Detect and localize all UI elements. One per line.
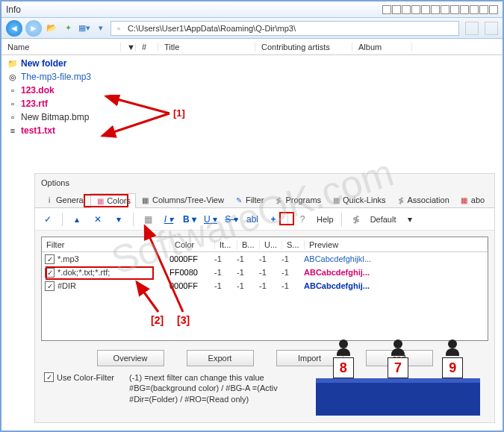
pane-icon[interactable] — [470, 5, 479, 14]
sort-indicator[interactable]: ▼ — [121, 43, 136, 51]
colors-toolbar: ✓ ▴ ✕ ▾ ▦ I ▾ B ▾ U ▾ S ▾ abl + ? Help ≸… — [35, 208, 494, 231]
filter-name: *.mp3 — [57, 254, 169, 263]
filter-name: *.dok;*.txt;*.rtf; — [57, 268, 169, 277]
address-bar[interactable]: ▫ C:\Users\User1\AppData\Roaming\Q-Dir\m… — [111, 21, 459, 36]
import-button[interactable]: Import — [276, 350, 343, 366]
filter-row[interactable]: ✓*.dok;*.txt;*.rtf;FF0080-1-1-1-1ABCabcd… — [42, 266, 488, 279]
filter-color: FF0080 — [169, 268, 214, 277]
help-label[interactable]: Help — [317, 215, 334, 224]
col-s[interactable]: S... — [282, 240, 305, 249]
star-icon[interactable]: ✦ — [61, 22, 75, 35]
pane-icon[interactable] — [421, 5, 430, 14]
help-icon[interactable]: ? — [296, 213, 309, 226]
default-label[interactable]: Default — [370, 215, 396, 224]
overview-button[interactable]: Overview — [97, 350, 164, 366]
view-icon[interactable]: ▦▾ — [78, 22, 91, 35]
tab-general[interactable]: iGeneral — [40, 192, 90, 207]
file-name: 123.dok — [21, 85, 55, 96]
tab-programs[interactable]: ≸Programs — [269, 192, 326, 207]
checkbox-icon[interactable]: ✓ — [45, 281, 55, 291]
add-icon[interactable]: + — [267, 213, 280, 226]
checkbox-icon[interactable]: ✓ — [44, 372, 54, 382]
tab-strip: iGeneral ▦Colors ▦Columns/Tree-View ✎Fil… — [35, 190, 494, 208]
pane-icon[interactable] — [382, 5, 391, 14]
file-icon: 📁 — [7, 58, 18, 69]
pane-icon[interactable] — [450, 5, 459, 14]
filter-preview: ABCabcdefghij... — [304, 268, 370, 277]
dropdown-icon[interactable]: ▾ — [403, 213, 417, 226]
col-b[interactable]: B... — [237, 240, 260, 249]
strike-icon[interactable]: S ▾ — [225, 213, 238, 226]
tab-about[interactable]: ▦abo — [455, 192, 490, 207]
options-title: Options — [35, 174, 494, 190]
filter-row[interactable]: ✓#DIR0000FF-1-1-1-1ABCabcdefghij... — [42, 279, 488, 292]
pane-icon[interactable] — [460, 5, 469, 14]
pane-icon[interactable] — [392, 5, 401, 14]
default-icon[interactable]: ≸ — [349, 213, 363, 226]
tab-colors[interactable]: ▦Colors — [90, 193, 136, 208]
dropdown-button[interactable] — [485, 22, 498, 35]
file-row[interactable]: 📁New folder — [1, 57, 503, 70]
file-name: New folder — [21, 58, 66, 69]
checkbox-icon[interactable]: ✓ — [45, 268, 55, 278]
checkbox-icon[interactable]: ✓ — [45, 254, 55, 264]
legend-text: (-1) =next filter can change this value … — [129, 372, 278, 404]
pane-icon[interactable] — [411, 5, 420, 14]
col-title[interactable]: Title — [158, 43, 255, 51]
check-icon[interactable]: ✓ — [41, 213, 55, 226]
extend-button[interactable]: end — [366, 350, 433, 366]
col-number[interactable]: # — [136, 43, 158, 51]
col-it[interactable]: It... — [215, 240, 237, 249]
file-row[interactable]: ▫New Bitmap.bmp — [1, 110, 503, 124]
underline-icon[interactable]: U ▾ — [204, 213, 217, 226]
file-name: test1.txt — [21, 125, 55, 136]
pane-icon[interactable] — [479, 5, 488, 14]
filter-b: -1 — [237, 281, 259, 290]
color-picker-icon[interactable]: ▦ — [141, 213, 155, 226]
tab-filter[interactable]: ✎Filter — [229, 192, 269, 207]
filter-it: -1 — [214, 268, 237, 277]
col-album[interactable]: Album — [352, 43, 412, 51]
col-color[interactable]: Color — [170, 240, 215, 249]
tab-association[interactable]: ≸Association — [391, 192, 455, 207]
file-icon: ≡ — [7, 125, 18, 136]
file-row[interactable]: ≡test1.txt — [1, 124, 503, 137]
col-contributing[interactable]: Contributing artists — [255, 43, 352, 51]
file-name: 123.rtf — [21, 98, 48, 109]
tab-columns[interactable]: ▦Columns/Tree-View — [136, 192, 229, 207]
filter-color: 0000FF — [169, 281, 214, 290]
pane-icon[interactable] — [489, 5, 498, 14]
bold-icon[interactable]: B ▾ — [183, 213, 196, 226]
go-button[interactable] — [465, 22, 479, 35]
col-name[interactable]: Name — [1, 43, 121, 51]
pane-icon[interactable] — [431, 5, 440, 14]
file-name: The-mp3-file.mp3 — [21, 72, 91, 82]
delete-icon[interactable]: ✕ — [91, 213, 105, 226]
pane-icon[interactable] — [441, 5, 449, 14]
color-icon[interactable]: ▾ — [94, 22, 108, 35]
filter-b: -1 — [237, 254, 259, 263]
abl-icon[interactable]: abl — [246, 213, 259, 226]
window-title: Info — [6, 4, 21, 15]
footer: ✓ Use Color-Filter (-1) =next filter can… — [35, 369, 494, 407]
nav-back-button[interactable]: ◄ — [6, 20, 22, 37]
col-filter[interactable]: Filter — [42, 240, 170, 249]
filter-row[interactable]: ✓*.mp30000FF-1-1-1-1ABCabcdefghijkl... — [42, 252, 488, 266]
down-icon[interactable]: ▾ — [112, 213, 125, 226]
file-row[interactable]: ▫123.rtf — [1, 97, 503, 110]
italic-icon[interactable]: I ▾ — [162, 213, 175, 226]
file-row[interactable]: ◎The-mp3-file.mp3 — [1, 70, 503, 84]
use-color-filter-checkbox[interactable]: ✓ Use Color-Filter — [44, 372, 114, 382]
tab-quicklinks[interactable]: ▦Quick-Links — [326, 192, 391, 207]
nav-forward-button[interactable]: ► — [25, 20, 42, 37]
file-icon: ▫ — [7, 98, 18, 109]
pane-icon[interactable] — [402, 5, 411, 14]
export-button[interactable]: Export — [187, 350, 254, 366]
address-text: C:\Users\User1\AppData\Roaming\Q-Dir\mp3… — [126, 24, 458, 33]
folder-icon[interactable]: 📂 — [45, 22, 58, 35]
col-preview[interactable]: Preview — [305, 240, 488, 249]
filter-color: 0000FF — [169, 254, 214, 263]
file-row[interactable]: ▫123.dok — [1, 84, 503, 97]
up-icon[interactable]: ▴ — [70, 213, 84, 226]
col-u[interactable]: U... — [260, 240, 282, 249]
